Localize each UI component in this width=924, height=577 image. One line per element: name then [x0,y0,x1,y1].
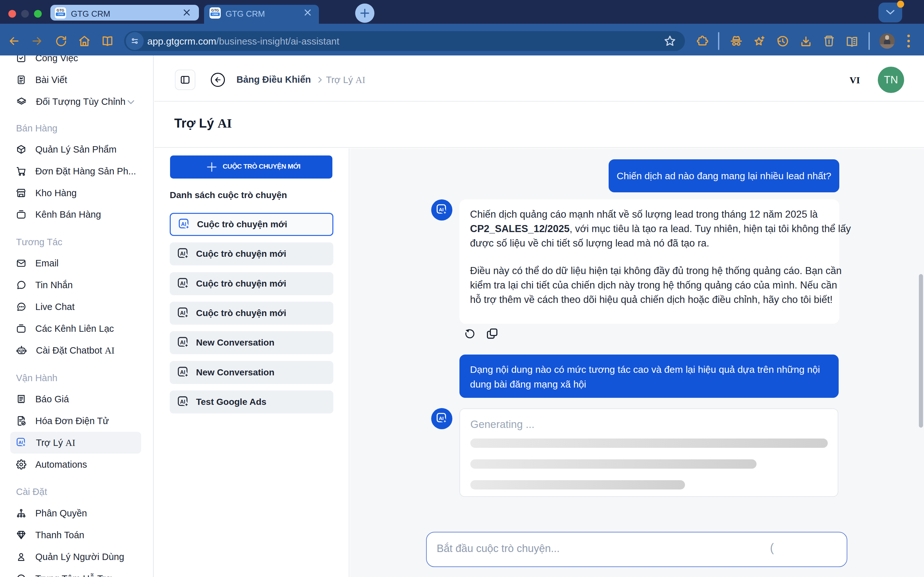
svg-text:AI: AI [439,416,444,421]
svg-text:AI: AI [180,369,185,375]
svg-text:AI: AI [180,399,185,405]
svg-text:AI: AI [180,310,185,316]
svg-text:AI: AI [180,251,185,256]
svg-text:AI: AI [181,221,186,227]
svg-text:AI: AI [180,280,185,286]
svg-text:AI: AI [180,340,185,345]
svg-text:AI: AI [19,440,23,445]
svg-text:AI: AI [439,207,444,212]
